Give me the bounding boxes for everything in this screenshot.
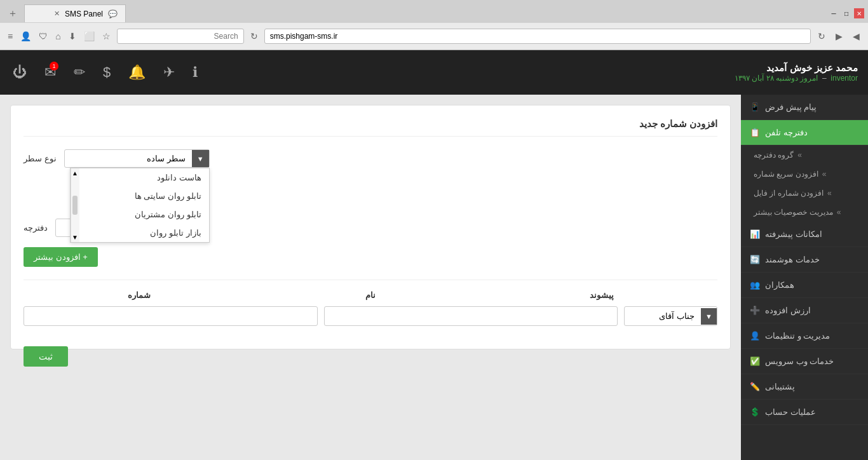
sidebar-label-support: پشتیبانی [765, 382, 795, 391]
sidebar-icon-support: ✏️ [750, 382, 760, 391]
dropdown-options-list: هاست دانلود تابلو روان سایتی ها تابلو رو… [70, 168, 210, 243]
billing-button[interactable]: $ [100, 62, 113, 83]
mail-button[interactable]: ✉ 1 [42, 62, 58, 83]
scrollbar-thumb[interactable] [72, 196, 78, 215]
reload-button[interactable]: ↻ [248, 30, 261, 43]
sidebar-label-group: گروه دفترچه [754, 151, 794, 159]
sidebar-icon-added-value: ➕ [750, 306, 760, 315]
sidebar-item-web-services[interactable]: خدمات وب سرویس ✅ [741, 349, 868, 374]
header-user-info: محمد عزیز خوش آمدید inventor – امروز دوش… [735, 62, 858, 83]
sidebar-label-added-value: ارزش افزوده [765, 306, 811, 315]
sidebar-item-group[interactable]: گروه دفترچه [741, 145, 868, 165]
sidebar-item-add-from-file[interactable]: افزودن شماره از فایل [741, 184, 868, 203]
row-type-dropdown-wrapper: ▼ سطر ساده هاست دانلود تابلو روان سایتی … [64, 149, 210, 168]
sidebar-item-quick-add[interactable]: افزودن سریع شماره [741, 165, 868, 184]
new-tab-button[interactable]: ＋ [4, 6, 22, 22]
sidebar-label-smart-services: خدمات هوشمند [765, 255, 820, 264]
prefix-selected-text: جناب آقای [625, 307, 701, 325]
sidebar-label-advanced: امکانات پیشرفته [765, 229, 822, 239]
pen-button[interactable]: ✏ [71, 62, 88, 83]
row-type-dropdown[interactable]: ▼ سطر ساده [64, 149, 210, 168]
name-input[interactable] [324, 306, 618, 326]
sidebar-item-advanced[interactable]: امکانات پیشرفته 📊 [741, 222, 868, 247]
bookmark-icon[interactable]: ☆ [100, 30, 113, 43]
sidebar-item-smart-services[interactable]: خدمات هوشمند 🔄 [741, 247, 868, 273]
sidebar-label-quick-add: افزودن سریع شماره [754, 170, 818, 179]
col-header-name: نام [255, 290, 486, 300]
dropdown-option-4[interactable]: بازار تابلو روان [79, 224, 209, 242]
window-minimize-button[interactable]: ─ [829, 8, 839, 18]
submit-button[interactable]: ثبت [24, 346, 68, 367]
col-header-prefix: پیشوند [486, 290, 717, 300]
app-header: محمد عزیز خوش آمدید inventor – امروز دوش… [0, 50, 868, 95]
search-input[interactable] [117, 29, 244, 44]
number-input[interactable] [24, 306, 318, 326]
sidebar-icon-management: 👤 [750, 331, 760, 341]
reader-icon[interactable]: ⬜ [81, 30, 97, 43]
notification-button[interactable]: 🔔 [126, 62, 148, 83]
prefix-arrow-button[interactable]: ▼ [701, 308, 717, 325]
browser-tab[interactable]: 💬 SMS Panel ✕ [24, 4, 126, 22]
table-section: پیشوند نام شماره ▼ جناب آقای [24, 280, 717, 326]
sidebar-item-default-message[interactable]: پیام پیش فرض 📱 [741, 95, 868, 120]
col-header-number: شماره [24, 290, 255, 300]
address-bar[interactable] [264, 29, 811, 44]
prefix-select[interactable]: ▼ جناب آقای [624, 306, 717, 326]
sidebar-label-default-message: پیام پیش فرض [765, 102, 817, 112]
sidebar-icon-financial: 💲 [750, 407, 760, 417]
sidebar-icon-advanced: 📊 [750, 229, 760, 239]
row-type-form-row: ▼ سطر ساده هاست دانلود تابلو روان سایتی … [24, 149, 717, 168]
sidebar-icon-web-services: ✅ [750, 356, 760, 366]
sidebar-label-financial: عملیات حساب [765, 407, 816, 417]
tab-title: SMS Panel [65, 10, 103, 18]
row-type-label: نوع سطر [24, 154, 57, 163]
add-more-button[interactable]: + افزودن بیشتر [24, 247, 98, 267]
sidebar-item-financial[interactable]: عملیات حساب 💲 [741, 400, 868, 425]
sidebar-item-partners[interactable]: همکاران 👥 [741, 273, 868, 298]
scrollbar-down-arrow[interactable]: ▼ [72, 234, 78, 241]
sidebar-icon-default-message: 📱 [750, 102, 760, 112]
sidebar-label-web-services: خدمات وب سرویس [765, 356, 834, 366]
dropdown-selected-text: سطر ساده [65, 150, 192, 167]
sidebar-icon-partners: 👥 [750, 280, 760, 290]
entry-row: ▼ جناب آقای [24, 306, 717, 326]
sidebar-label-partners: همکاران [765, 280, 794, 290]
window-maximize-button[interactable]: □ [841, 8, 851, 18]
dropdown-option-2[interactable]: تابلو روان سایتی ها [79, 187, 209, 205]
dropdown-option-1[interactable]: هاست دانلود [79, 168, 209, 187]
back-button[interactable]: ◀ [850, 30, 863, 43]
info-button[interactable]: ℹ [190, 62, 200, 83]
sidebar-label-management: مدیریت و تنظیمات [765, 331, 830, 341]
user-name: محمد عزیز خوش آمدید [735, 62, 858, 74]
scrollbar-up-arrow[interactable]: ▲ [72, 170, 78, 177]
refresh-button[interactable]: ↻ [815, 30, 829, 43]
sidebar-icon-phonebook: 📋 [750, 128, 760, 137]
power-button[interactable]: ⏻ [10, 62, 29, 83]
mail-badge: 1 [50, 62, 58, 71]
content-card: افزودن شماره جدید ▼ سطر ساده هاست دانلود… [10, 105, 731, 349]
sidebar: پیام پیش فرض 📱 دفترچه تلفن 📋 گروه دفترچه… [741, 95, 868, 460]
table-header: پیشوند نام شماره [24, 290, 717, 300]
content-area: افزودن شماره جدید ▼ سطر ساده هاست دانلود… [0, 95, 741, 460]
tab-close-button[interactable]: ✕ [54, 10, 60, 18]
dropdown-option-3[interactable]: تابلو روان مشتریان [79, 205, 209, 224]
sidebar-item-phonebook[interactable]: دفترچه تلفن 📋 [741, 120, 868, 145]
download-icon[interactable]: ⬇ [66, 30, 79, 43]
phonebook-label: دفترچه [24, 223, 48, 233]
sidebar-item-support[interactable]: پشتیبانی ✏️ [741, 374, 868, 400]
send-button[interactable]: ✈ [161, 62, 177, 83]
sidebar-item-management[interactable]: مدیریت و تنظیمات 👤 [741, 323, 868, 349]
sidebar-label-phonebook: دفترچه تلفن [765, 128, 808, 137]
sync-icon[interactable]: 👤 [18, 30, 34, 43]
forward-button[interactable]: ▶ [832, 30, 846, 43]
sidebar-item-manage-props[interactable]: مدیریت خصوصیات بیشتر [741, 203, 868, 222]
sidebar-icon-smart-services: 🔄 [750, 255, 760, 264]
shield-icon[interactable]: 🛡 [36, 30, 50, 43]
home-icon[interactable]: ⌂ [53, 30, 63, 43]
window-close-button[interactable]: ✕ [854, 8, 864, 18]
menu-icon[interactable]: ≡ [5, 30, 15, 43]
header-date: امروز دوشنبه ۲۸ آبان ۱۳۹۷ [735, 74, 818, 83]
sidebar-item-added-value[interactable]: ارزش افزوده ➕ [741, 298, 868, 323]
dropdown-arrow-button[interactable]: ▼ [192, 150, 209, 167]
header-subtitle: inventor – امروز دوشنبه ۲۸ آبان ۱۳۹۷ [735, 74, 858, 83]
